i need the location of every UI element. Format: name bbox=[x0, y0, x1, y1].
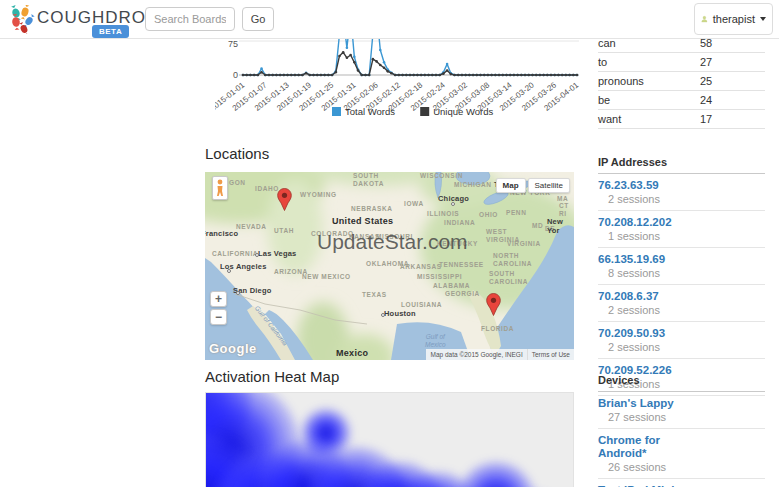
map-city-dot bbox=[236, 291, 240, 295]
session-count: 1 sessions bbox=[598, 230, 765, 243]
ip-address-entry: 66.135.19.698 sessions bbox=[598, 248, 765, 285]
pegman-icon bbox=[215, 179, 225, 197]
map-label: United States bbox=[332, 216, 393, 226]
word-count: 27 bbox=[700, 56, 712, 68]
map-zoom-out-button[interactable]: − bbox=[210, 309, 227, 325]
map-label: NORTH CAROLINA bbox=[493, 252, 532, 267]
word-count: 24 bbox=[700, 94, 712, 106]
map-label: PENN bbox=[506, 209, 526, 217]
map-label: IDAHO bbox=[255, 185, 279, 193]
map-label: New Yor bbox=[547, 217, 574, 235]
word-label: pronouns bbox=[598, 75, 700, 87]
map-label: OHIO bbox=[479, 211, 498, 219]
page: 0752015-01-012015-01-072015-01-132015-01… bbox=[0, 0, 779, 487]
ip-addresses-list: 76.23.63.592 sessions70.208.12.2021 sess… bbox=[598, 174, 765, 396]
word-row: be24 bbox=[598, 91, 765, 110]
map-label: ALABAMA bbox=[433, 282, 470, 290]
ip-address-entry: 70.208.6.372 sessions bbox=[598, 285, 765, 322]
map-label: CT RI bbox=[559, 202, 574, 217]
terms-of-use-link[interactable]: Terms of Use bbox=[527, 349, 574, 360]
user-avatar bbox=[701, 8, 708, 30]
word-row: want17 bbox=[598, 110, 765, 129]
map-label: UTAH bbox=[274, 227, 294, 235]
word-row: to27 bbox=[598, 53, 765, 72]
google-logo: Google bbox=[209, 341, 257, 356]
ip-address-entry: 76.23.63.592 sessions bbox=[598, 174, 765, 211]
map-city-dot bbox=[451, 202, 455, 206]
map-label: Houston bbox=[384, 309, 416, 318]
word-row: pronouns25 bbox=[598, 72, 765, 91]
session-count: 2 sessions bbox=[598, 341, 765, 354]
locations-map[interactable]: GONIDAHOWYOMINGSOUTH DAKOTAWISCONSINMICH… bbox=[205, 172, 574, 360]
map-label: TEXAS bbox=[362, 291, 387, 299]
user-menu-label: therapist bbox=[713, 13, 755, 25]
map-city-dot bbox=[227, 269, 231, 273]
session-count: 26 sessions bbox=[598, 461, 765, 474]
map-label: SOUTH DAKOTA bbox=[353, 172, 384, 187]
map-label: FLORIDA bbox=[481, 325, 514, 333]
ip-address-link[interactable]: 66.135.19.69 bbox=[598, 253, 765, 266]
word-label: be bbox=[598, 94, 700, 106]
search-go-button[interactable]: Go bbox=[242, 7, 274, 31]
devices-section: Devices Brian's Lappy27 sessionsChrome f… bbox=[598, 374, 765, 487]
svg-text:Unique Words: Unique Words bbox=[433, 106, 493, 117]
svg-text:0: 0 bbox=[233, 70, 238, 80]
heat-blob bbox=[456, 461, 536, 487]
map-label: NEBRASKA bbox=[351, 205, 393, 213]
beta-badge: BETA bbox=[92, 25, 129, 38]
session-count: 8 sessions bbox=[598, 267, 765, 280]
locations-title: Locations bbox=[205, 145, 269, 162]
map-label: Francisco bbox=[205, 229, 238, 238]
map-label: Mexico bbox=[336, 348, 368, 358]
word-label: to bbox=[598, 56, 700, 68]
pegman-control[interactable] bbox=[212, 176, 228, 200]
satellite-view-button[interactable]: Satellite bbox=[528, 178, 570, 193]
devices-list: Brian's Lappy27 sessionsChrome for Andro… bbox=[598, 392, 765, 487]
map-watermark: UpdateStar.com bbox=[317, 230, 468, 254]
map-label: NEW MEXICO bbox=[302, 273, 351, 281]
map-labels: GONIDAHOWYOMINGSOUTH DAKOTAWISCONSINMICH… bbox=[205, 172, 574, 360]
ip-address-link[interactable]: 70.208.12.202 bbox=[598, 216, 765, 229]
ip-addresses-title: IP Addresses bbox=[598, 156, 765, 174]
svg-text:75: 75 bbox=[228, 39, 238, 49]
word-label: want bbox=[598, 113, 700, 125]
location-marker-icon[interactable] bbox=[277, 188, 292, 212]
app-header: COUGHDROP BETA Go therapist bbox=[0, 0, 779, 39]
map-label: IOWA bbox=[404, 200, 424, 208]
map-view-button[interactable]: Map bbox=[496, 178, 526, 193]
coughdrop-logo-icon bbox=[8, 5, 35, 34]
ip-address-link[interactable]: 70.209.50.93 bbox=[598, 327, 765, 340]
map-label: MD bbox=[532, 222, 543, 230]
location-marker-icon[interactable] bbox=[486, 293, 501, 317]
ip-addresses-section: IP Addresses 76.23.63.592 sessions70.208… bbox=[598, 156, 765, 396]
map-label: CALIFORNIA bbox=[212, 250, 258, 258]
map-zoom-in-button[interactable]: + bbox=[210, 291, 227, 307]
top-words-list: can58to27pronouns25be24want17 bbox=[598, 34, 765, 129]
devices-title: Devices bbox=[598, 374, 765, 392]
map-label: NEVADA bbox=[236, 223, 267, 231]
ip-address-link[interactable]: 70.208.6.37 bbox=[598, 290, 765, 303]
ip-address-link[interactable]: 76.23.63.59 bbox=[598, 179, 765, 192]
map-label: GEORGIA bbox=[445, 290, 480, 298]
search-boards-input[interactable] bbox=[145, 7, 235, 31]
map-label: ARKANSAS bbox=[400, 263, 442, 271]
session-count: 2 sessions bbox=[598, 304, 765, 317]
device-entry: Chrome for Android*26 sessions bbox=[598, 429, 765, 479]
map-attribution: Map data ©2015 Google, INEGI bbox=[426, 349, 526, 360]
session-count: 27 sessions bbox=[598, 411, 765, 424]
word-count: 25 bbox=[700, 75, 712, 87]
map-label: ILLINOIS bbox=[427, 210, 459, 218]
map-label: MISSISSIPPI bbox=[417, 273, 462, 281]
ip-address-entry: 70.209.50.932 sessions bbox=[598, 322, 765, 359]
heatmap-title: Activation Heat Map bbox=[205, 368, 339, 385]
user-menu-button[interactable]: therapist bbox=[694, 3, 773, 35]
device-link[interactable]: Brian's Lappy bbox=[598, 397, 765, 410]
map-label: Gulf of California bbox=[253, 304, 289, 347]
map-label: LOUISIANA bbox=[401, 301, 442, 309]
map-label: VIRGINIA bbox=[507, 240, 541, 248]
session-count: 2 sessions bbox=[598, 193, 765, 206]
map-label: SOUTH CAROLINA bbox=[489, 270, 528, 285]
map-label: Gulf of Mexico bbox=[425, 333, 446, 348]
device-link[interactable]: Chrome for Android* bbox=[598, 434, 765, 460]
map-label: WYOMING bbox=[300, 191, 337, 199]
